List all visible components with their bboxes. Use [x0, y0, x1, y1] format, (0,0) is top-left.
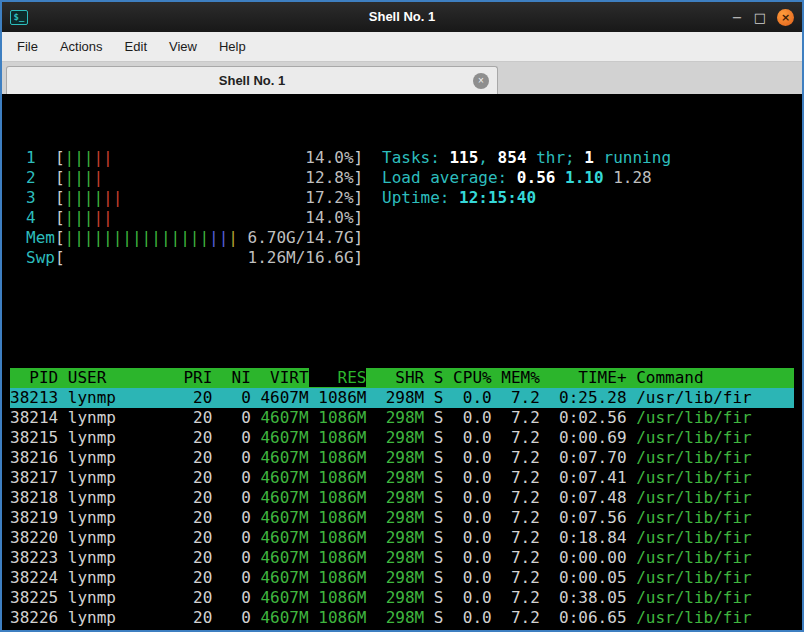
tab-close-icon[interactable]: × [473, 73, 489, 89]
meter-bar: |||||14.0% [65, 148, 354, 168]
meter-cpu2: 2 [||||12.8%] [10, 168, 382, 188]
tab-bar: Shell No. 1 × [2, 62, 802, 94]
meter-cpu3: 3 [||||||17.2%] [10, 188, 382, 208]
process-row-38218[interactable]: 38218 lynmp 20 0 4607M 1086M 298M S 0.0 … [10, 488, 794, 508]
process-row-38224[interactable]: 38224 lynmp 20 0 4607M 1086M 298M S 0.0 … [10, 568, 794, 588]
process-row-38213[interactable]: 38213 lynmp 20 0 4607M 1086M 298M S 0.0 … [10, 388, 794, 408]
terminal-screen[interactable]: 1 [|||||14.0%]2 [||||12.8%]3 [||||||17.2… [2, 94, 802, 630]
window-title: Shell No. 1 [122, 2, 682, 32]
process-row-38216[interactable]: 38216 lynmp 20 0 4607M 1086M 298M S 0.0 … [10, 448, 794, 468]
process-row-38227[interactable]: 38227 lynmp 20 0 4607M 1086M 298M S 0.0 … [10, 628, 794, 630]
meter-cpu1: 1 [|||||14.0%] [10, 148, 382, 168]
menu-help[interactable]: Help [208, 33, 257, 60]
meter-value: 6.70G/14.7G [248, 228, 354, 248]
meter-bar: |||||14.0% [65, 208, 354, 228]
summary-tasks: Tasks: 115, 854 thr; 1 running [382, 148, 794, 168]
blank-row [10, 308, 794, 328]
meter-bar: ||||||17.2% [65, 188, 354, 208]
meter-label: 2 [26, 168, 55, 187]
maximize-button-icon[interactable]: □ [754, 10, 766, 25]
meter-cpu4: 4 [|||||14.0%] [10, 208, 382, 228]
process-table: PID USER PRI NI VIRT RES SHR S CPU% MEM%… [10, 368, 794, 630]
summary-uptime: Uptime: 12:15:40 [382, 188, 794, 208]
meter-value: 17.2% [305, 188, 353, 208]
menu-bar: FileActionsEditViewHelp [2, 32, 802, 62]
tab-label: Shell No. 1 [7, 73, 497, 88]
summary-load: Load average: 0.56 1.10 1.28 [382, 168, 794, 188]
terminal-app-icon: $_ [10, 10, 28, 25]
process-row-38220[interactable]: 38220 lynmp 20 0 4607M 1086M 298M S 0.0 … [10, 528, 794, 548]
menu-edit[interactable]: Edit [114, 33, 158, 60]
meter-label: Mem [26, 228, 55, 247]
window-controls: − □ × [732, 9, 794, 26]
meter-value: 14.0% [305, 208, 353, 228]
process-row-38226[interactable]: 38226 lynmp 20 0 4607M 1086M 298M S 0.0 … [10, 608, 794, 628]
htop-header-area: 1 [|||||14.0%]2 [||||12.8%]3 [||||||17.2… [10, 148, 794, 268]
meter-label: Swp [26, 248, 55, 267]
meter-bar: ||||12.8% [65, 168, 354, 188]
close-button-icon[interactable]: × [777, 9, 794, 26]
process-row-38223[interactable]: 38223 lynmp 20 0 4607M 1086M 298M S 0.0 … [10, 548, 794, 568]
terminal-window: $_ Shell No. 1 − □ × FileActionsEditView… [0, 0, 804, 632]
meter-value: 14.0% [305, 148, 353, 168]
meter-bar: ||||||||||||||||||6.70G/14.7G [65, 228, 354, 248]
system-summary: Tasks: 115, 854 thr; 1 runningLoad avera… [382, 148, 794, 268]
meter-mem: Mem[||||||||||||||||||6.70G/14.7G] [10, 228, 382, 248]
process-row-38214[interactable]: 38214 lynmp 20 0 4607M 1086M 298M S 0.0 … [10, 408, 794, 428]
menu-actions[interactable]: Actions [49, 33, 114, 60]
meter-bar: 1.26M/16.6G [65, 248, 354, 268]
meter-value: 12.8% [305, 168, 353, 188]
process-table-header[interactable]: PID USER PRI NI VIRT RES SHR S CPU% MEM%… [10, 368, 794, 388]
cpu-memory-meters: 1 [|||||14.0%]2 [||||12.8%]3 [||||||17.2… [10, 148, 382, 268]
meter-swp: Swp[1.26M/16.6G] [10, 248, 382, 268]
meter-label: 4 [26, 208, 55, 227]
meter-label: 3 [26, 188, 55, 207]
process-row-38215[interactable]: 38215 lynmp 20 0 4607M 1086M 298M S 0.0 … [10, 428, 794, 448]
titlebar[interactable]: $_ Shell No. 1 − □ × [2, 2, 802, 32]
process-row-38219[interactable]: 38219 lynmp 20 0 4607M 1086M 298M S 0.0 … [10, 508, 794, 528]
menu-file[interactable]: File [6, 33, 49, 60]
meter-value: 1.26M/16.6G [248, 248, 354, 268]
minimize-button-icon[interactable]: − [732, 10, 743, 25]
meter-label: 1 [26, 148, 55, 167]
process-row-38217[interactable]: 38217 lynmp 20 0 4607M 1086M 298M S 0.0 … [10, 468, 794, 488]
menu-view[interactable]: View [158, 33, 208, 60]
process-row-38225[interactable]: 38225 lynmp 20 0 4607M 1086M 298M S 0.0 … [10, 588, 794, 608]
tab-shell[interactable]: Shell No. 1 × [6, 66, 498, 94]
